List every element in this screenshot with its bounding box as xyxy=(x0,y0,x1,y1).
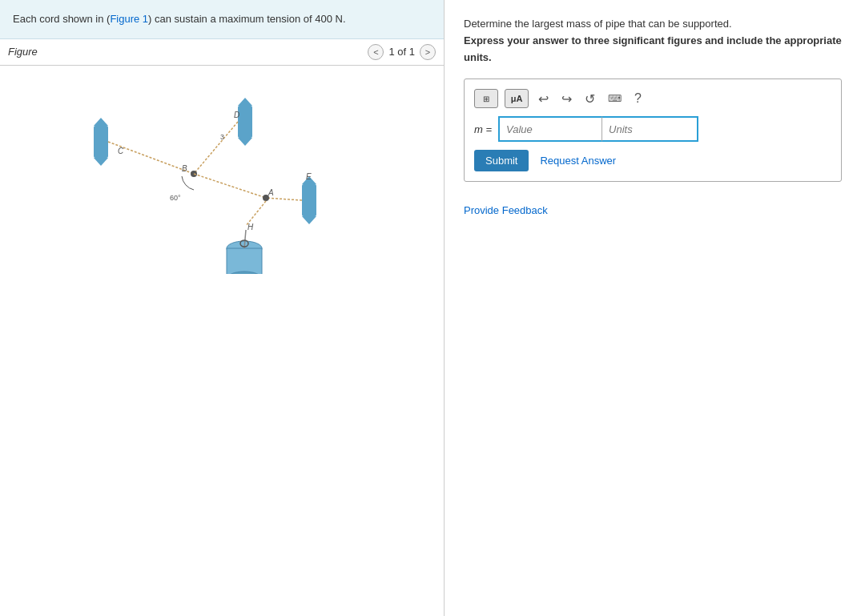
grid-button[interactable]: ⊞ xyxy=(474,89,498,108)
question-line1: Determine the largest mass of pipe that … xyxy=(464,16,842,33)
svg-rect-25 xyxy=(227,248,262,274)
prev-figure-button[interactable]: < xyxy=(368,44,384,60)
svg-marker-1 xyxy=(94,118,108,126)
svg-rect-5 xyxy=(238,106,252,138)
svg-text:H: H xyxy=(247,223,254,232)
figure-content: C D 3 B 60° xyxy=(0,66,444,617)
svg-text:C: C xyxy=(118,147,124,155)
problem-intro: Each cord shown in ( xyxy=(13,13,110,25)
units-input[interactable] xyxy=(602,116,698,142)
help-button[interactable]: ? xyxy=(631,90,645,107)
figure-area: Figure < 1 of 1 > C xyxy=(0,39,444,617)
figure-link[interactable]: Figure 1 xyxy=(110,13,148,25)
provide-feedback-link[interactable]: Provide Feedback xyxy=(464,204,842,216)
submit-button[interactable]: Submit xyxy=(474,150,529,171)
svg-text:E: E xyxy=(306,172,312,181)
problem-text: Each cord shown in (Figure 1) can sustai… xyxy=(0,0,444,39)
svg-marker-6 xyxy=(238,98,252,106)
question-line2: Express your answer to three significant… xyxy=(464,33,842,66)
value-input[interactable] xyxy=(498,116,602,142)
next-figure-button[interactable]: > xyxy=(420,44,436,60)
svg-text:A: A xyxy=(268,188,274,197)
figure-navigation: < 1 of 1 > xyxy=(368,44,436,60)
input-row: m = xyxy=(474,116,831,142)
figure-header: Figure < 1 of 1 > xyxy=(0,39,444,66)
svg-text:60°: 60° xyxy=(170,194,181,202)
svg-marker-2 xyxy=(94,158,108,166)
svg-rect-0 xyxy=(94,126,108,158)
redo-button[interactable]: ↪ xyxy=(558,90,575,108)
figure-label: Figure xyxy=(8,46,38,58)
svg-line-8 xyxy=(194,122,238,174)
right-panel: Determine the largest mass of pipe that … xyxy=(445,0,861,616)
action-row: Submit Request Answer xyxy=(474,150,831,171)
figure-diagram: C D 3 B 60° xyxy=(70,82,374,274)
question-description: Determine the largest mass of pipe that … xyxy=(464,16,842,66)
svg-text:3: 3 xyxy=(220,133,224,141)
svg-line-14 xyxy=(194,174,266,198)
undo-button[interactable]: ↩ xyxy=(535,90,552,108)
svg-text:D: D xyxy=(234,111,239,119)
mu-icon: μΑ xyxy=(511,94,523,103)
svg-marker-7 xyxy=(238,138,252,146)
problem-continuation: ) can sustain a maximum tension of 400 N… xyxy=(148,13,345,25)
grid-icon: ⊞ xyxy=(483,95,489,103)
request-answer-link[interactable]: Request Answer xyxy=(540,155,616,167)
svg-rect-15 xyxy=(302,184,316,216)
svg-line-19 xyxy=(266,198,302,200)
refresh-button[interactable]: ↺ xyxy=(581,90,598,108)
answer-box: ⊞ μΑ ↩ ↪ ↺ ⌨ ? m = Submit Request Answer xyxy=(464,79,842,182)
figure-svg: C D 3 B 60° xyxy=(0,66,444,290)
input-label: m = xyxy=(474,123,492,135)
figure-page-indicator: 1 of 1 xyxy=(388,46,415,58)
svg-text:B: B xyxy=(182,164,187,173)
mu-button[interactable]: μΑ xyxy=(505,89,529,108)
toolbar: ⊞ μΑ ↩ ↪ ↺ ⌨ ? xyxy=(474,89,831,108)
svg-marker-17 xyxy=(302,216,316,224)
keyboard-button[interactable]: ⌨ xyxy=(605,91,625,106)
